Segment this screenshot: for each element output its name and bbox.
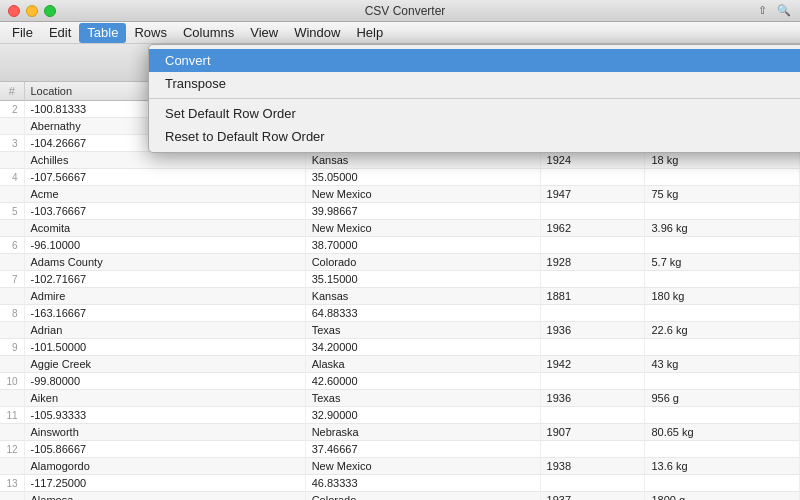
cell-weight: 22.6 kg xyxy=(645,322,800,339)
cell-date xyxy=(540,237,645,254)
cell-date: 1881 xyxy=(540,288,645,305)
table-row[interactable]: Ainsworth Nebraska 1907 80.65 kg xyxy=(0,424,800,441)
cell-date xyxy=(540,203,645,220)
col-number: # xyxy=(0,82,24,101)
cell-weight xyxy=(645,169,800,186)
cell-weight xyxy=(645,305,800,322)
table-row[interactable]: Admire Kansas 1881 180 kg xyxy=(0,288,800,305)
cell-date xyxy=(540,407,645,424)
cell-location: -101.50000 xyxy=(24,339,305,356)
cell-date xyxy=(540,441,645,458)
cell-weight: 80.65 kg xyxy=(645,424,800,441)
table-row[interactable]: Alamogordo New Mexico 1938 13.6 kg xyxy=(0,458,800,475)
table-row[interactable]: Acme New Mexico 1947 75 kg xyxy=(0,186,800,203)
table-row[interactable]: Aggie Creek Alaska 1942 43 kg xyxy=(0,356,800,373)
cell-location: Aggie Creek xyxy=(24,356,305,373)
cell-state: New Mexico xyxy=(305,186,540,203)
cell-date: 1924 xyxy=(540,152,645,169)
cell-num: 10 xyxy=(0,373,24,390)
cell-location: -103.76667 xyxy=(24,203,305,220)
cell-state: 37.46667 xyxy=(305,441,540,458)
cell-num: 8 xyxy=(0,305,24,322)
table-row[interactable]: 4 -107.56667 35.05000 xyxy=(0,169,800,186)
cell-location: Adrian xyxy=(24,322,305,339)
cell-state: 46.83333 xyxy=(305,475,540,492)
cell-num xyxy=(0,254,24,271)
menu-edit[interactable]: Edit xyxy=(41,23,79,43)
cell-state: 64.88333 xyxy=(305,305,540,322)
table-row[interactable]: 12 -105.86667 37.46667 xyxy=(0,441,800,458)
menu-table[interactable]: Table xyxy=(79,23,126,43)
menubar: File Edit Table Rows Columns View Window… xyxy=(0,22,800,44)
table-row[interactable]: 6 -96.10000 38.70000 xyxy=(0,237,800,254)
cell-location: Alamosa xyxy=(24,492,305,501)
cell-date xyxy=(540,373,645,390)
cell-num: 9 xyxy=(0,339,24,356)
table-row[interactable]: Adrian Texas 1936 22.6 kg xyxy=(0,322,800,339)
menu-transpose[interactable]: Transpose ⇧⌘T xyxy=(149,72,800,95)
cell-weight xyxy=(645,475,800,492)
cell-num xyxy=(0,492,24,501)
cell-weight: 5.7 kg xyxy=(645,254,800,271)
cell-state: 32.90000 xyxy=(305,407,540,424)
close-button[interactable] xyxy=(8,5,20,17)
table-row[interactable]: Acomita New Mexico 1962 3.96 kg xyxy=(0,220,800,237)
search-icon[interactable]: 🔍 xyxy=(776,3,792,19)
table-row[interactable]: 10 -99.80000 42.60000 xyxy=(0,373,800,390)
cell-num: 6 xyxy=(0,237,24,254)
cell-state: Nebraska xyxy=(305,424,540,441)
reset-default-row-label: Reset to Default Row Order xyxy=(165,129,325,144)
table-row[interactable]: 11 -105.93333 32.90000 xyxy=(0,407,800,424)
share-icon[interactable]: ⇧ xyxy=(754,3,770,19)
minimize-button[interactable] xyxy=(26,5,38,17)
cell-weight: 956 g xyxy=(645,390,800,407)
table-row[interactable]: 13 -117.25000 46.83333 xyxy=(0,475,800,492)
menu-columns[interactable]: Columns xyxy=(175,23,242,43)
cell-num xyxy=(0,458,24,475)
cell-location: Acme xyxy=(24,186,305,203)
cell-num xyxy=(0,220,24,237)
table-row[interactable]: 5 -103.76667 39.98667 xyxy=(0,203,800,220)
menu-set-default-row[interactable]: Set Default Row Order xyxy=(149,102,800,125)
table-row[interactable]: 7 -102.71667 35.15000 xyxy=(0,271,800,288)
cell-location: Ainsworth xyxy=(24,424,305,441)
cell-weight: 43 kg xyxy=(645,356,800,373)
cell-state: Texas xyxy=(305,322,540,339)
cell-date xyxy=(540,475,645,492)
convert-label: Convert xyxy=(165,53,211,68)
cell-num xyxy=(0,288,24,305)
table-row[interactable]: 9 -101.50000 34.20000 xyxy=(0,339,800,356)
cell-location: -102.71667 xyxy=(24,271,305,288)
cell-state: 35.05000 xyxy=(305,169,540,186)
table-row[interactable]: Aiken Texas 1936 956 g xyxy=(0,390,800,407)
cell-date: 1947 xyxy=(540,186,645,203)
cell-weight xyxy=(645,271,800,288)
cell-date: 1928 xyxy=(540,254,645,271)
table-row[interactable]: 8 -163.16667 64.88333 xyxy=(0,305,800,322)
menu-help[interactable]: Help xyxy=(348,23,391,43)
cell-state: Alaska xyxy=(305,356,540,373)
cell-state: 39.98667 xyxy=(305,203,540,220)
menu-rows[interactable]: Rows xyxy=(126,23,175,43)
table-row[interactable]: Adams County Colorado 1928 5.7 kg xyxy=(0,254,800,271)
table-row[interactable]: Alamosa Colorado 1937 1800 g xyxy=(0,492,800,501)
cell-location: Alamogordo xyxy=(24,458,305,475)
window-title: CSV Converter xyxy=(62,4,748,18)
cell-location: -163.16667 xyxy=(24,305,305,322)
cell-state: 35.15000 xyxy=(305,271,540,288)
menu-window[interactable]: Window xyxy=(286,23,348,43)
table-row[interactable]: Achilles Kansas 1924 18 kg xyxy=(0,152,800,169)
cell-date: 1936 xyxy=(540,322,645,339)
menu-reset-default-row[interactable]: Reset to Default Row Order xyxy=(149,125,800,148)
cell-num: 3 xyxy=(0,135,24,152)
menu-file[interactable]: File xyxy=(4,23,41,43)
maximize-button[interactable] xyxy=(44,5,56,17)
cell-num: 12 xyxy=(0,441,24,458)
cell-date xyxy=(540,305,645,322)
menu-view[interactable]: View xyxy=(242,23,286,43)
cell-location: -105.86667 xyxy=(24,441,305,458)
set-default-row-label: Set Default Row Order xyxy=(165,106,296,121)
menu-convert[interactable]: Convert ▶ xyxy=(149,49,800,72)
main-window: CSV Converter ⇧ 🔍 File Edit Table Rows C… xyxy=(0,0,800,500)
cell-date xyxy=(540,339,645,356)
